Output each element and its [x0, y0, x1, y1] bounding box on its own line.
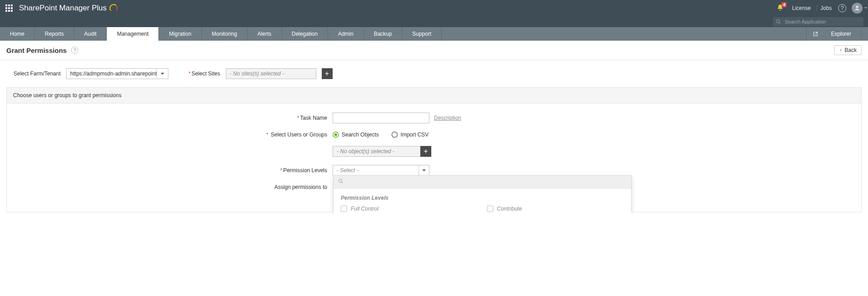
permission-levels-dropdown: Permission Levels Full Control Contribut… [333, 175, 632, 212]
back-button[interactable]: Back [834, 45, 862, 55]
nav-management[interactable]: Management [107, 27, 159, 41]
brand-logo-icon [110, 4, 118, 12]
dropdown-search-row [334, 176, 631, 188]
topbar: SharePoint Manager Plus 4 License Jobs ? [0, 0, 868, 16]
radio-search-objects[interactable]: Search Objects [333, 132, 379, 138]
notification-bell-icon[interactable]: 4 [777, 4, 784, 13]
form-area: *Task Name Description * Select Users or… [7, 103, 861, 212]
farm-tenant-select[interactable]: https://admpmsdn-admin.sharepoint [66, 68, 168, 79]
add-objects-button[interactable]: + [420, 146, 431, 157]
help-icon[interactable]: ? [838, 4, 846, 12]
dropdown-title: Permission Levels [341, 195, 624, 201]
explorer-button[interactable]: Explorer [806, 27, 868, 41]
apps-grid-icon[interactable] [5, 5, 13, 12]
permission-levels-label: *Permission Levels [7, 167, 333, 174]
search-icon [776, 19, 781, 24]
explorer-icon [813, 31, 818, 37]
jobs-link[interactable]: Jobs [816, 5, 835, 11]
user-avatar[interactable] [852, 3, 863, 14]
nav-reports[interactable]: Reports [35, 27, 74, 41]
nav-home[interactable]: Home [0, 27, 35, 41]
page-title: Grant Permissions [6, 47, 67, 54]
notification-badge: 4 [782, 2, 787, 7]
task-name-label: *Task Name [7, 115, 333, 121]
chevron-down-icon [419, 165, 429, 175]
radio-off-icon [391, 132, 398, 138]
objects-selected-box: - No object(s) selected - [333, 146, 420, 157]
nav-audit[interactable]: Audit [74, 27, 107, 41]
task-name-input[interactable] [333, 113, 429, 123]
farm-tenant-label: Select Farm/Tenant [14, 70, 61, 77]
page-help-icon[interactable]: ? [71, 47, 78, 54]
checkbox-icon [341, 206, 347, 212]
sites-selected-box: - No sites(s) selected - [226, 68, 316, 79]
checkbox-icon [487, 206, 493, 212]
grant-permissions-panel: Choose users or groups to grant permissi… [6, 87, 862, 212]
description-link[interactable]: Description [434, 115, 461, 121]
nav-delegation[interactable]: Delegation [282, 27, 328, 41]
main-nav: Home Reports Audit Management Migration … [0, 27, 868, 41]
topbar-search-row [0, 16, 868, 27]
top-links: License Jobs [788, 5, 835, 11]
panel-header: Choose users or groups to grant permissi… [7, 88, 861, 103]
license-link[interactable]: License [788, 5, 814, 11]
chevron-down-icon [157, 69, 164, 79]
radio-on-icon [333, 132, 339, 138]
nav-migration[interactable]: Migration [159, 27, 201, 41]
radio-import-csv[interactable]: Import CSV [391, 132, 429, 138]
farm-tenant-row: Select Farm/Tenant https://admpmsdn-admi… [0, 60, 868, 87]
nav-backup[interactable]: Backup [364, 27, 402, 41]
permission-levels-select[interactable]: - Select - Permission Levels [333, 165, 429, 176]
nav-admin[interactable]: Admin [328, 27, 364, 41]
checkbox-contribute[interactable]: Contribute [487, 206, 624, 212]
brand-title: SharePoint Manager Plus [19, 4, 118, 13]
nav-alerts[interactable]: Alerts [248, 27, 282, 41]
checkbox-full-control[interactable]: Full Control [341, 206, 478, 212]
search-application-input[interactable] [773, 17, 863, 26]
nav-monitoring[interactable]: Monitoring [202, 27, 248, 41]
nav-spacer [442, 27, 806, 41]
select-sites-label: *Select Sites [188, 70, 220, 77]
page-header: Grant Permissions ? Back [0, 41, 868, 60]
select-users-label: * Select Users or Groups [7, 132, 333, 138]
add-sites-button[interactable]: + [322, 68, 333, 79]
chevron-left-icon [839, 48, 843, 52]
search-icon[interactable] [338, 179, 343, 184]
nav-support[interactable]: Support [402, 27, 442, 41]
assign-permissions-to-label: Assign permissions to [7, 184, 333, 190]
farm-tenant-value: https://admpmsdn-admin.sharepoint [70, 70, 157, 77]
